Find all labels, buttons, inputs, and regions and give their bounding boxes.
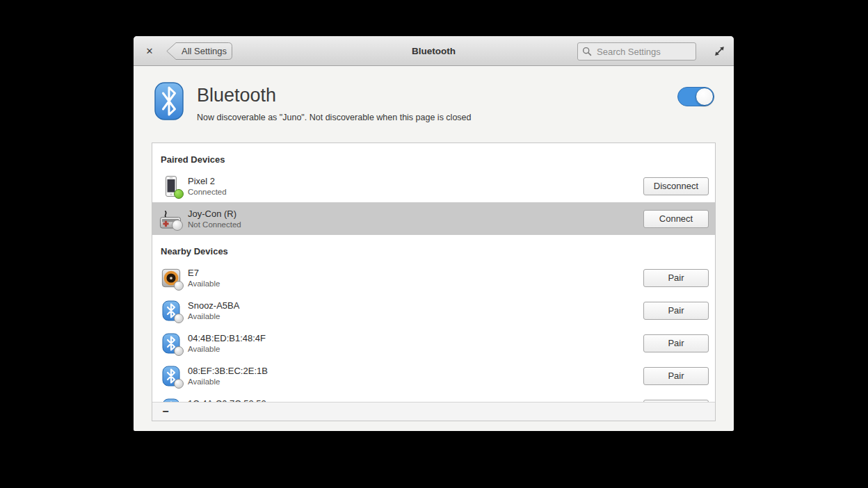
device-row[interactable]: 08:EF:3B:EC:2E:1B Available Pair (152, 359, 715, 392)
search-input[interactable] (595, 46, 691, 58)
status-badge (174, 281, 184, 291)
device-row[interactable]: 1C:4A:C0:7C:52:52 Available Pair (152, 392, 715, 402)
device-action-button[interactable]: Connect (643, 210, 709, 228)
bluetooth-icon (159, 332, 182, 355)
all-settings-back-button[interactable]: All Settings (166, 42, 232, 60)
status-badge (174, 189, 184, 199)
device-status: Available (188, 345, 266, 354)
device-status: Connected (188, 188, 227, 197)
bluetooth-icon (159, 364, 182, 387)
device-action-button[interactable]: Disconnect (643, 177, 709, 195)
discoverable-status-text: Now discoverable as "Juno". Not discover… (197, 113, 472, 122)
device-name: Pixel 2 (188, 176, 227, 186)
list-toolbar: − (152, 402, 715, 421)
device-name: 08:EF:3B:EC:2E:1B (188, 366, 268, 376)
gamepad-icon (159, 207, 182, 230)
device-list-frame: Paired Devices Pixel 2 Connected Disconn… (152, 143, 716, 421)
bluetooth-toggle[interactable] (677, 87, 714, 106)
device-name: E7 (188, 268, 220, 278)
page-title: Bluetooth (197, 85, 276, 106)
device-row[interactable]: Joy-Con (R) Not Connected Connect (152, 202, 715, 235)
phone-icon (159, 174, 182, 197)
bluetooth-icon (159, 299, 182, 322)
device-row[interactable]: Snooz-A5BA Available Pair (152, 294, 715, 327)
maximize-icon (714, 45, 725, 57)
status-badge (174, 379, 184, 389)
device-status: Available (188, 377, 268, 387)
section-header: Paired Devices (152, 143, 715, 170)
device-status: Available (188, 312, 239, 321)
device-action-button[interactable]: Pair (643, 334, 709, 352)
bluetooth-app-icon (154, 82, 184, 120)
device-name: Joy-Con (R) (188, 209, 241, 219)
search-field[interactable] (577, 42, 696, 60)
status-badge (174, 346, 184, 356)
remove-device-button[interactable]: − (156, 403, 175, 420)
status-badge (174, 314, 184, 323)
speaker-icon (159, 266, 182, 289)
settings-window: ✕ All Settings Bluetooth (134, 36, 734, 431)
device-status: Available (188, 279, 220, 288)
device-row[interactable]: 04:4B:ED:B1:48:4F Available Pair (152, 327, 715, 359)
device-row[interactable]: Pixel 2 Connected Disconnect (152, 170, 715, 202)
device-action-button[interactable]: Pair (643, 302, 709, 320)
toggle-knob (696, 88, 714, 106)
section-header: Nearby Devices (152, 235, 715, 261)
back-button-label: All Settings (177, 42, 231, 60)
close-button[interactable]: ✕ (143, 36, 156, 65)
device-list: Paired Devices Pixel 2 Connected Disconn… (152, 143, 715, 402)
device-action-button[interactable]: Pair (643, 269, 709, 287)
device-name: 04:4B:ED:B1:48:4F (188, 333, 266, 343)
device-name: Snooz-A5BA (188, 300, 239, 311)
bluetooth-icon (159, 397, 182, 402)
device-row[interactable]: E7 Available Pair (152, 261, 715, 294)
headerbar: ✕ All Settings Bluetooth (134, 36, 734, 66)
search-icon (582, 47, 592, 56)
device-action-button[interactable]: Pair (643, 367, 709, 385)
maximize-button[interactable] (713, 44, 725, 57)
status-badge (172, 220, 183, 231)
device-status: Not Connected (188, 220, 241, 229)
